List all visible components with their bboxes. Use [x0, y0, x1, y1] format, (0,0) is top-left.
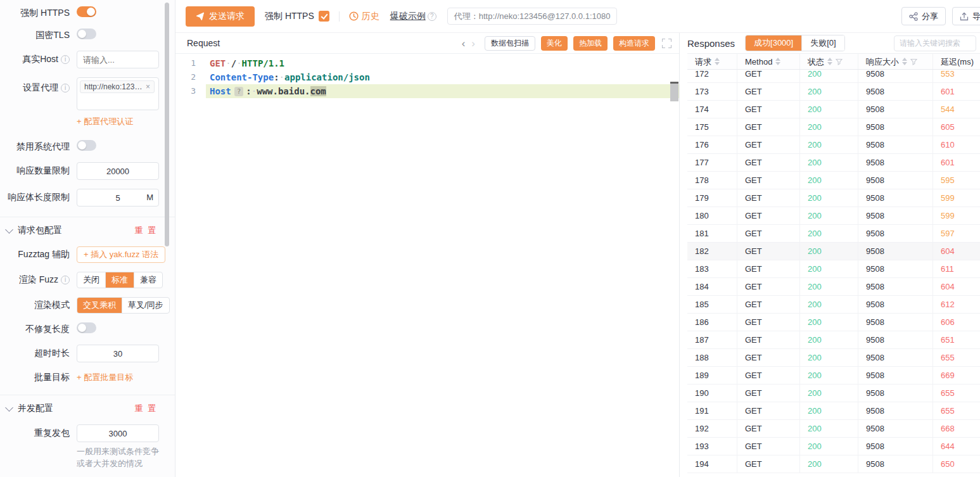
disable-sys-proxy-toggle[interactable] — [77, 140, 96, 151]
table-row[interactable]: 188GET2009508655 — [687, 349, 980, 367]
table-row[interactable]: 181GET2009508597 — [687, 225, 980, 243]
column-header-latency[interactable]: 延迟(ms) — [933, 54, 980, 69]
configure-batch-target-link[interactable]: + 配置批量目标 — [77, 372, 133, 382]
cell-status: 200 — [800, 314, 858, 331]
tab-success[interactable]: 成功[3000] — [746, 35, 801, 51]
cell-request-id: 183 — [687, 260, 737, 277]
proxy-tag[interactable]: http://neko:123456@... × — [80, 80, 155, 93]
export-icon — [960, 12, 969, 21]
search-input[interactable] — [894, 35, 976, 51]
share-button[interactable]: 分享 — [901, 7, 946, 25]
blast-example-link[interactable]: 爆破示例 — [390, 11, 426, 22]
cell-size: 9508 — [858, 83, 933, 100]
column-header-method[interactable]: Method — [737, 54, 800, 69]
sort-icon[interactable] — [902, 58, 907, 65]
next-request-button[interactable]: › — [468, 38, 478, 49]
table-row[interactable]: 189GET2009508669 — [687, 367, 980, 385]
table-row[interactable]: 183GET2009508611 — [687, 260, 980, 278]
table-row[interactable]: 180GET2009508599 — [687, 207, 980, 225]
column-header-request[interactable]: 请求 — [687, 54, 737, 69]
prev-request-button[interactable]: ‹ — [459, 38, 469, 49]
table-row[interactable]: 182GET2009508604 — [687, 243, 980, 260]
render-fuzz-option-compat[interactable]: 兼容 — [134, 272, 162, 288]
force-https-checkbox[interactable] — [319, 11, 329, 22]
render-fuzz-option-off[interactable]: 关闭 — [77, 272, 106, 288]
cell-request-id: 181 — [687, 225, 737, 242]
concurrent-config-section-header[interactable]: 并发配置 重 置 — [0, 403, 175, 414]
gmtls-toggle[interactable] — [77, 29, 96, 39]
question-icon: ? — [428, 12, 436, 21]
table-row[interactable]: 178GET2009508595 — [687, 172, 980, 189]
table-row[interactable]: 173GET2009508601 — [687, 83, 980, 101]
configure-proxy-auth-link[interactable]: + 配置代理认证 — [77, 117, 133, 126]
hot-reload-button[interactable]: 热加载 — [573, 36, 608, 51]
cell-method: GET — [737, 455, 800, 473]
table-row[interactable]: 174GET2009508544 — [687, 101, 980, 118]
cell-latency: 597 — [933, 225, 980, 242]
table-row[interactable]: 179GET2009508599 — [687, 189, 980, 207]
sidebar-scrollbar[interactable] — [165, 3, 169, 246]
code-token: · — [279, 72, 284, 82]
cell-latency: 650 — [933, 455, 980, 473]
cell-method: GET — [737, 260, 800, 277]
render-mode-segment: 交叉乘积 草叉/同步 — [77, 297, 170, 314]
render-mode-option-pitchfork[interactable]: 草叉/同步 — [122, 298, 169, 313]
force-https-toggle[interactable] — [77, 6, 96, 17]
timeout-input[interactable] — [77, 345, 159, 362]
send-icon — [196, 12, 205, 21]
beautify-button[interactable]: 美化 — [541, 36, 568, 51]
cell-status: 200 — [800, 207, 858, 224]
render-mode-option-cross[interactable]: 交叉乘积 — [77, 298, 122, 313]
cell-size: 9508 — [858, 154, 933, 171]
cell-latency: 604 — [933, 278, 980, 295]
tab-fail[interactable]: 失败[0] — [801, 35, 844, 51]
column-header-status[interactable]: 状态 — [800, 54, 858, 69]
table-row[interactable]: 177GET2009508601 — [687, 154, 980, 172]
column-header-size[interactable]: 响应大小 — [858, 54, 933, 69]
resp-count-input[interactable] — [77, 162, 159, 180]
table-row[interactable]: 193GET2009508644 — [687, 438, 980, 455]
history-button[interactable]: 历史 — [349, 11, 379, 22]
code-token: / — [231, 58, 236, 68]
table-row[interactable]: 185GET2009508612 — [687, 296, 980, 314]
line-number: 3 — [175, 84, 206, 98]
render-fuzz-option-standard[interactable]: 标准 — [106, 272, 134, 288]
table-row[interactable]: 186GET2009508606 — [687, 314, 980, 331]
request-editor[interactable]: 1GET·/·HTTP/1.12Content-Type:·applicatio… — [175, 54, 679, 477]
cell-latency: 604 — [933, 243, 980, 260]
send-request-button[interactable]: 发送请求 — [186, 6, 255, 27]
request-config-section-header[interactable]: 请求包配置 重 置 — [0, 225, 175, 236]
editor-scrollbar[interactable] — [670, 84, 678, 101]
fuzz-helper-badge[interactable]: ? — [234, 87, 244, 96]
sort-icon[interactable] — [827, 58, 832, 65]
sort-icon[interactable] — [775, 58, 780, 65]
sort-icon[interactable] — [715, 58, 720, 65]
cell-latency: 612 — [933, 296, 980, 313]
filter-icon[interactable] — [910, 58, 917, 65]
close-icon[interactable]: × — [146, 82, 150, 91]
packet-scan-button[interactable]: 数据包扫描 — [485, 36, 535, 51]
table-row[interactable]: 190GET2009508655 — [687, 385, 980, 402]
table-row[interactable]: 184GET2009508604 — [687, 278, 980, 296]
repeat-input[interactable] — [77, 424, 159, 442]
proxy-select[interactable]: http://neko:123456@... × — [77, 77, 159, 110]
export-button[interactable]: 导出 — [952, 7, 980, 25]
cell-request-id: 174 — [687, 101, 737, 118]
no-fix-length-toggle[interactable] — [77, 322, 96, 333]
real-host-input[interactable] — [77, 51, 159, 68]
cell-request-id: 186 — [687, 314, 737, 331]
insert-fuzz-syntax-button[interactable]: + 插入 yak.fuzz 语法 — [77, 246, 165, 263]
cell-status: 200 — [800, 278, 858, 295]
fullscreen-icon[interactable] — [662, 39, 671, 48]
table-row[interactable]: 176GET2009508610 — [687, 136, 980, 154]
concurrent-config-reset-link[interactable]: 重 置 — [134, 403, 157, 414]
request-config-reset-link[interactable]: 重 置 — [134, 225, 157, 236]
filter-icon[interactable] — [836, 58, 843, 65]
table-row[interactable]: 191GET2009508655 — [687, 402, 980, 420]
table-row[interactable]: 175GET2009508605 — [687, 118, 980, 136]
table-row[interactable]: 194GET2009508650 — [687, 455, 980, 473]
table-row[interactable]: 192GET2009508668 — [687, 420, 980, 438]
cell-method: GET — [737, 420, 800, 437]
table-row[interactable]: 187GET2009508651 — [687, 331, 980, 349]
build-request-button[interactable]: 构造请求 — [613, 36, 655, 51]
